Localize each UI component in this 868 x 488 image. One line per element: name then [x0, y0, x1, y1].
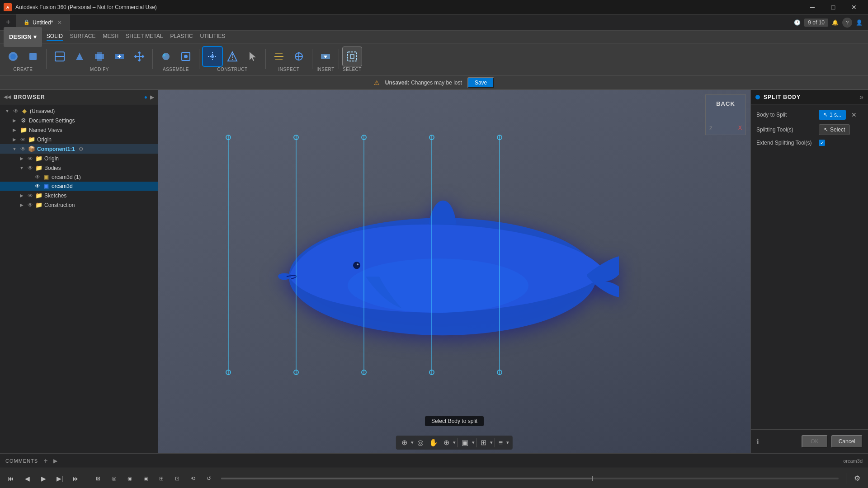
save-button[interactable]: Save: [467, 77, 494, 88]
tab-plastic[interactable]: PLASTIC: [170, 33, 193, 41]
inspect-btn-2[interactable]: [289, 47, 308, 66]
timeline-icon-7[interactable]: ⟲: [186, 471, 200, 486]
help-icon[interactable]: ?: [842, 18, 852, 28]
tree-named-views[interactable]: ▶ 📁 Named Views: [0, 125, 158, 135]
modify-btn-1[interactable]: [50, 47, 69, 66]
icon-construction: 📁: [35, 202, 42, 208]
expander-comp1[interactable]: ▼: [11, 146, 18, 151]
tree-orcam-1[interactable]: 👁 ▣ orcam3d (1): [0, 173, 158, 182]
eye-origin-top[interactable]: 👁: [20, 136, 26, 143]
expander-root[interactable]: ▼: [4, 108, 11, 113]
viewport[interactable]: BACK X Z Select Body to split ⊕ ▾ ◎ ✋ ⊕ …: [158, 90, 750, 453]
body-to-split-clear-btn[interactable]: ✕: [849, 111, 859, 118]
timeline-icon-6[interactable]: ⊡: [170, 471, 184, 486]
bell-icon[interactable]: 🔔: [832, 19, 839, 26]
eye-origin-comp[interactable]: 👁: [27, 155, 33, 162]
modify-btn-3[interactable]: [90, 47, 109, 66]
modify-btn-4[interactable]: [110, 47, 129, 66]
ok-button[interactable]: OK: [802, 435, 827, 448]
display-icon[interactable]: ▣: [460, 437, 470, 448]
assemble-btn-1[interactable]: [156, 47, 175, 66]
snap-icon[interactable]: ⊕: [400, 437, 409, 448]
maximize-button[interactable]: □: [823, 0, 844, 14]
expander-named[interactable]: ▶: [11, 127, 18, 132]
expander-bodies[interactable]: ▼: [18, 165, 25, 170]
tree-root[interactable]: ▼ 👁 ◆ (Unsaved): [0, 106, 158, 116]
insert-btn-1[interactable]: [316, 47, 335, 66]
grid-icon[interactable]: ⊞: [479, 437, 488, 448]
select-btn-1[interactable]: [343, 47, 362, 66]
tree-construction[interactable]: ▶ 👁 📁 Construction: [0, 200, 158, 210]
timeline-bar[interactable]: [221, 478, 839, 479]
statusbar-collapse-icon[interactable]: ▶: [53, 458, 57, 464]
design-dropdown[interactable]: DESIGN ▾: [4, 27, 42, 47]
cancel-button[interactable]: Cancel: [831, 435, 863, 448]
timeline-icon-8[interactable]: ↺: [202, 471, 216, 486]
playback-prev[interactable]: ◀: [20, 471, 34, 486]
timeline-icon-1[interactable]: ⊠: [91, 471, 105, 486]
construct-cursor-btn[interactable]: [243, 47, 262, 66]
zoom-icon[interactable]: ⊕: [442, 437, 451, 448]
eye-orcam1[interactable]: 👁: [34, 174, 41, 180]
create-btn-2[interactable]: [24, 47, 42, 66]
expander-origin-top[interactable]: ▶: [11, 137, 18, 142]
expander-doc[interactable]: ▶: [11, 118, 18, 123]
settings-icon[interactable]: ⚙: [850, 471, 864, 486]
viewcube[interactable]: BACK X Z: [705, 94, 746, 135]
eye-construction[interactable]: 👁: [27, 202, 33, 208]
comments-add-icon[interactable]: +: [43, 457, 47, 465]
tree-sketches[interactable]: ▶ 👁 📁 Sketches: [0, 191, 158, 200]
expander-sketches[interactable]: ▶: [18, 193, 25, 198]
split-pin-icon[interactable]: »: [859, 93, 863, 101]
expander-origin-comp[interactable]: ▶: [18, 156, 25, 161]
body-to-split-select-btn[interactable]: ↖ 1 s...: [819, 110, 846, 120]
timeline-icon-3[interactable]: ◉: [123, 471, 137, 486]
svg-point-33: [294, 135, 298, 140]
playback-to-end[interactable]: ⏭: [69, 471, 83, 486]
playback-next[interactable]: ▶|: [52, 471, 67, 486]
tab-mesh[interactable]: MESH: [103, 33, 119, 41]
tree-document-settings[interactable]: ▶ ⚙ Document Settings: [0, 116, 158, 125]
timeline-icon-2[interactable]: ◎: [107, 471, 121, 486]
browser-pin-icon[interactable]: ●: [144, 94, 147, 100]
minimize-button[interactable]: ─: [802, 0, 823, 14]
eye-bodies[interactable]: 👁: [27, 165, 33, 171]
eye-orcam-sel[interactable]: 👁: [34, 183, 41, 189]
tab-close-icon[interactable]: ✕: [57, 19, 62, 26]
close-button[interactable]: ✕: [844, 0, 864, 14]
tree-component1[interactable]: ▼ 👁 📦 Component1:1 ⚙: [0, 144, 158, 154]
pan-icon[interactable]: ✋: [427, 437, 440, 448]
playback-play[interactable]: ▶: [36, 471, 51, 486]
browser-expand-icon[interactable]: ▶: [150, 94, 154, 100]
timeline-icon-5[interactable]: ⊞: [154, 471, 169, 486]
inspect-btn-1[interactable]: [269, 47, 288, 66]
tree-bodies[interactable]: ▼ 👁 📁 Bodies: [0, 163, 158, 173]
eye-sketches[interactable]: 👁: [27, 192, 33, 199]
tab-surface[interactable]: SURFACE: [70, 33, 96, 41]
browser-collapse-icon[interactable]: ◀◀: [4, 94, 11, 100]
comp1-settings-icon[interactable]: ⚙: [79, 146, 84, 152]
splitting-tools-select-btn[interactable]: ↖ Select: [819, 124, 850, 135]
tab-utilities[interactable]: UTILITIES: [200, 33, 225, 41]
tree-orcam-selected[interactable]: 👁 ▣ orcam3d: [0, 182, 158, 191]
orbit-icon[interactable]: ◎: [415, 437, 425, 448]
construct-btn-1[interactable]: [203, 47, 222, 66]
modify-btn-2[interactable]: [70, 47, 89, 66]
info-icon[interactable]: ℹ: [756, 437, 759, 446]
playback-to-start[interactable]: ⏮: [4, 471, 18, 486]
modify-move-btn[interactable]: [130, 47, 149, 66]
assemble-btn-2[interactable]: [176, 47, 195, 66]
expander-construction[interactable]: ▶: [18, 202, 25, 207]
tree-origin-top[interactable]: ▶ 👁 📁 Origin: [0, 135, 158, 144]
timeline-icon-4[interactable]: ▣: [138, 471, 153, 486]
tab-solid[interactable]: SOLID: [47, 33, 63, 41]
create-btn-1[interactable]: [4, 47, 23, 66]
tab-sheet-metal[interactable]: SHEET METAL: [126, 33, 163, 41]
tree-origin-comp[interactable]: ▶ 👁 📁 Origin: [0, 154, 158, 163]
env-icon[interactable]: ≡: [497, 438, 505, 448]
extend-splitting-checkbox[interactable]: ✓: [819, 140, 825, 146]
eye-comp1[interactable]: 👁: [20, 146, 26, 152]
eye-root[interactable]: 👁: [13, 108, 19, 114]
user-icon[interactable]: 👤: [856, 19, 863, 26]
construct-btn-2[interactable]: [223, 47, 242, 66]
